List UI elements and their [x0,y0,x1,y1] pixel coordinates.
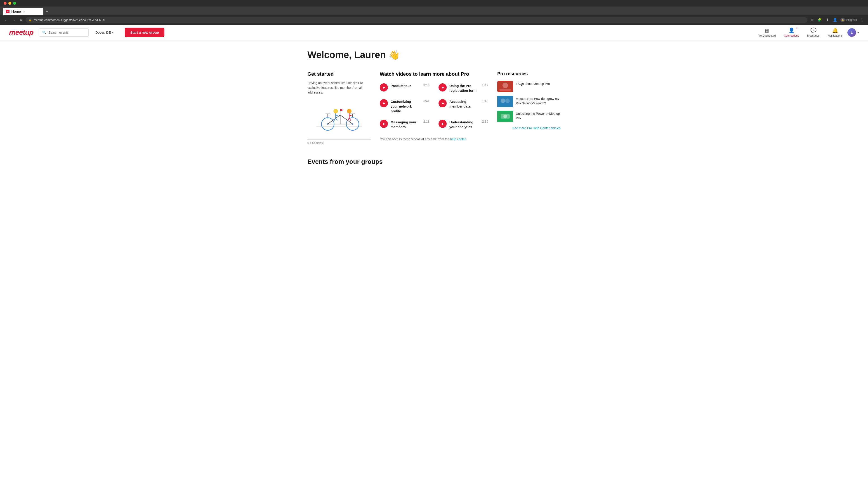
events-section: Events from your groups [307,158,561,165]
resource-title-3: Unlocking the Power of Meetup Pro [516,112,560,120]
lock-icon: 🔒 [29,19,32,22]
window-close-btn[interactable] [4,2,6,5]
video-grid: Product tour 3:19 Using the Pro registra… [380,84,488,130]
video-item[interactable]: Messaging your members 2:18 [380,120,430,130]
video-2-duration: 1:17 [479,84,488,87]
play-btn-5[interactable] [380,120,388,128]
video-1-inner: Product tour 3:19 [391,84,430,89]
svg-point-14 [347,109,351,113]
resource-info-2: Meetup Pro: How do I grow my Pro Network… [516,96,561,106]
play-btn-1[interactable] [380,84,388,92]
video-item[interactable]: Product tour 3:19 [380,84,430,94]
video-6-title: Understanding your analytics [450,120,477,129]
help-center-text: You can access these videos at any time … [380,137,488,141]
profile-btn[interactable]: 👤 [832,17,838,23]
tab-bar: M Home ✕ + [0,6,868,15]
svg-rect-28 [500,89,511,91]
video-4-title: Accessing member data [450,99,477,109]
forward-btn[interactable]: → [11,17,16,23]
video-item[interactable]: Using the Pro registration form 1:17 [438,84,488,94]
resource-thumb-2 [497,96,513,107]
svg-rect-29 [497,96,513,107]
bookmark-btn[interactable]: ☆ [810,17,814,23]
bike-svg [314,103,364,132]
resource-item-3[interactable]: Unlocking the Power of Meetup Pro [497,111,561,122]
resource-title-1: FAQs about Meetup Pro [516,82,550,86]
nav-connections[interactable]: 👤 Connections [781,26,802,39]
browser-toolbar: ← → ↻ 🔒 meetup.com/home/?suggested=true&… [0,15,868,25]
progress-bar-container: 0% Complete [307,139,371,144]
tab-title: Home [11,9,21,13]
video-3-duration: 1:41 [421,99,430,103]
progress-bar [307,139,371,140]
resource-title-2: Meetup Pro: How do I grow my Pro Network… [516,97,559,105]
bike-illustration [307,100,371,135]
location-display[interactable]: Dover, DE ▾ [95,31,114,34]
video-4-inner: Accessing member data 1:43 [450,99,488,109]
videos-title: Watch videos to learn more about Pro [380,71,488,77]
pro-resources-panel: Pro resources FAQs about Meetup Pro Meet… [497,71,561,144]
resource-item-2[interactable]: Meetup Pro: How do I grow my Pro Network… [497,96,561,107]
help-center-link[interactable]: help center. [450,137,467,141]
video-item[interactable]: Understanding your analytics 2:36 [438,120,488,130]
app-header: meetup 🔍 Dover, DE ▾ Start a new group ▦… [0,25,868,40]
resource-item-1[interactable]: FAQs about Meetup Pro [497,81,561,92]
svg-point-30 [501,98,505,103]
search-input[interactable] [49,31,85,34]
svg-point-34 [503,115,507,118]
tab-favicon: M [6,10,9,13]
video-item[interactable]: Accessing member data 1:43 [438,99,488,114]
new-tab-btn[interactable]: + [43,8,51,15]
url-text: meetup.com/home/?suggested=true&source=E… [34,18,105,22]
extensions-btn[interactable]: 🧩 [817,17,823,23]
header-nav: ▦ Pro Dashboard 👤 Connections 💬 Messages… [754,26,859,39]
download-btn[interactable]: ⬇ [825,17,830,23]
nav-pro-dashboard[interactable]: ▦ Pro Dashboard [754,26,779,39]
video-3-inner: Customizing your network profile 1:41 [391,99,430,114]
avatar-container[interactable]: L ▾ [847,28,859,37]
search-bar[interactable]: 🔍 [39,29,89,37]
incognito-icon: 🕵 [840,18,845,22]
video-5-inner: Messaging your members 2:18 [391,120,430,130]
nav-messages[interactable]: 💬 Messages [804,26,823,39]
window-controls [0,0,868,6]
user-avatar: L [847,28,856,37]
events-section-title: Events from your groups [307,158,561,165]
video-2-title: Using the Pro registration form [450,84,477,93]
window-max-btn[interactable] [13,2,16,5]
svg-point-31 [505,98,510,103]
video-item[interactable]: Customizing your network profile 1:41 [380,99,430,114]
start-group-btn[interactable]: Start a new group [125,28,164,37]
see-more-link[interactable]: See more Pro Help Center articles [497,126,561,131]
window-min-btn[interactable] [8,2,11,5]
video-6-inner: Understanding your analytics 2:36 [450,120,488,130]
back-btn[interactable]: ← [4,17,9,23]
browser-tab[interactable]: M Home ✕ [3,8,43,15]
play-btn-4[interactable] [438,99,447,107]
location-text: Dover, DE [95,31,111,34]
location-chevron-icon: ▾ [112,31,114,34]
menu-btn[interactable]: ⋮ [859,17,864,23]
svg-point-19 [333,109,338,113]
messages-icon: 💬 [810,28,816,33]
video-2-inner: Using the Pro registration form 1:17 [450,84,488,94]
progress-label: 0% Complete [307,141,371,144]
get-started-description: Having an event scheduled unlocks Pro ex… [307,80,371,95]
tab-close-icon[interactable]: ✕ [23,10,25,13]
refresh-btn[interactable]: ↻ [19,17,23,23]
video-5-duration: 2:18 [421,120,430,123]
avatar-chevron-icon: ▾ [857,31,859,34]
video-1-duration: 3:19 [421,84,430,87]
play-btn-3[interactable] [380,99,388,107]
address-bar[interactable]: 🔒 meetup.com/home/?suggested=true&source… [26,17,807,23]
video-4-duration: 1:43 [479,99,488,103]
search-icon: 🔍 [42,31,46,35]
svg-point-27 [502,83,508,88]
videos-panel: Watch videos to learn more about Pro Pro… [380,71,488,144]
nav-notifications[interactable]: 🔔 Notifications [825,26,846,39]
play-btn-2[interactable] [438,84,447,92]
notification-dot [796,27,798,29]
logo[interactable]: meetup [9,28,33,37]
svg-line-21 [336,115,339,116]
play-btn-6[interactable] [438,120,447,128]
